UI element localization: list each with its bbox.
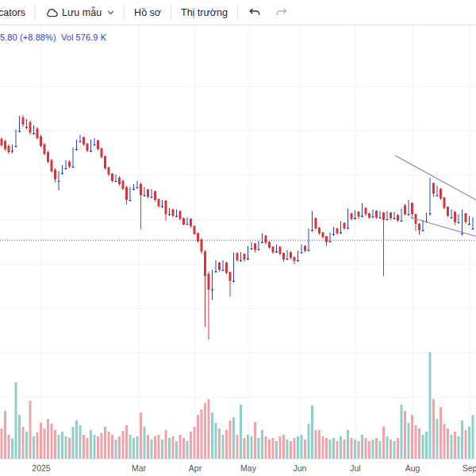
- candle: [165, 201, 167, 214]
- volume-bar: [461, 420, 463, 459]
- volume-bar: [11, 439, 13, 459]
- indicators-button[interactable]: cators: [0, 0, 33, 25]
- volume-bar: [340, 436, 342, 459]
- candle: [411, 203, 413, 214]
- candle: [136, 187, 139, 188]
- volume-bar: [351, 438, 353, 459]
- candle: [265, 236, 267, 243]
- volume-bar: [447, 428, 449, 459]
- volume-bar: [33, 436, 35, 459]
- save-template-label: Lưu mẫu: [62, 7, 102, 18]
- volume-bar: [211, 413, 213, 459]
- volume-bar: [222, 435, 225, 459]
- candle: [8, 146, 10, 152]
- volume-bar: [415, 425, 417, 459]
- volume-bar: [58, 435, 60, 459]
- volume-bar: [390, 440, 392, 459]
- volume-bar: [165, 430, 167, 459]
- candle: [440, 189, 442, 198]
- price-change-value: 5.80 (+8.88%): [0, 33, 56, 42]
- candle: [329, 241, 332, 242]
- candle: [254, 244, 256, 250]
- candle: [294, 257, 296, 261]
- undo-button[interactable]: [240, 0, 268, 25]
- volume-bar: [372, 440, 374, 459]
- candle: [368, 213, 370, 217]
- candle: [54, 170, 56, 179]
- market-button[interactable]: Thị trường: [174, 0, 235, 25]
- volume-bar: [251, 436, 253, 459]
- volume-bar: [1, 428, 3, 459]
- volume-bar: [422, 435, 424, 459]
- volume-bar: [254, 422, 256, 459]
- candle: [194, 226, 196, 234]
- volume-bar: [332, 438, 335, 459]
- candle: [104, 156, 106, 168]
- volume-bar: [375, 438, 378, 459]
- candle: [397, 215, 399, 221]
- volume-bar: [54, 430, 56, 459]
- volume-bar: [425, 432, 428, 459]
- candle: [315, 218, 317, 228]
- redo-button[interactable]: [268, 0, 296, 25]
- candle: [351, 213, 353, 219]
- candle: [186, 224, 189, 225]
- candle: [286, 259, 289, 259]
- undo-icon: [248, 7, 261, 17]
- volume-bar: [197, 415, 199, 459]
- volume-bar: [40, 423, 42, 459]
- volume-bar: [175, 441, 178, 459]
- volume-bar: [44, 428, 46, 459]
- candle: [175, 216, 178, 217]
- candle: [436, 195, 439, 196]
- candle: [225, 263, 228, 273]
- volume-bar: [90, 430, 92, 459]
- time-axis-label: 2025: [32, 463, 50, 473]
- time-axis-label: Aug: [405, 463, 420, 473]
- candle: [211, 290, 213, 290]
- profile-button[interactable]: Hồ sơ: [127, 0, 168, 25]
- volume-bar: [218, 428, 221, 459]
- volume-bar: [225, 430, 228, 459]
- candle: [40, 136, 42, 146]
- volume-bar: [29, 401, 32, 459]
- volume-value: 576.9 K: [75, 33, 106, 42]
- volume-bar: [272, 438, 274, 459]
- volume-bar: [282, 435, 285, 459]
- candle: [290, 252, 292, 258]
- volume-bar: [301, 435, 303, 459]
- candle: [68, 162, 71, 167]
- candle: [132, 189, 135, 190]
- volume-bar: [290, 441, 292, 459]
- candle: [79, 141, 82, 142]
- volume-bar: [247, 435, 249, 459]
- volume-bar: [315, 430, 317, 459]
- volume-bar: [440, 407, 442, 459]
- volume-bar: [404, 411, 406, 459]
- candle: [447, 207, 449, 216]
- volume-bar: [47, 419, 49, 459]
- save-template-button[interactable]: Lưu mẫu: [38, 0, 121, 25]
- candle: [365, 208, 367, 214]
- time-axis[interactable]: 2025MarAprMayJunJulAugSep: [0, 459, 476, 476]
- volume-bar: [294, 438, 296, 459]
- volume-bar: [393, 441, 396, 459]
- volume-bar: [104, 427, 106, 459]
- volume-bar: [179, 435, 182, 459]
- time-axis-label: Apr: [189, 463, 202, 473]
- toolbar-separator: [35, 5, 36, 21]
- candle: [201, 240, 203, 251]
- candle: [418, 224, 420, 230]
- symbol-legend: 5.80 (+8.88%) Vol576.9 K: [0, 33, 109, 42]
- volume-bar: [458, 436, 460, 459]
- volume-bar: [65, 436, 67, 459]
- volume-bar: [240, 405, 242, 459]
- trend-line[interactable]: [395, 155, 476, 200]
- volume-bar: [401, 405, 403, 459]
- candlestick-chart[interactable]: [0, 0, 476, 476]
- candle: [236, 253, 239, 260]
- candle: [90, 151, 92, 152]
- volume-bar: [232, 417, 235, 459]
- candle: [172, 209, 175, 216]
- candle: [390, 213, 392, 218]
